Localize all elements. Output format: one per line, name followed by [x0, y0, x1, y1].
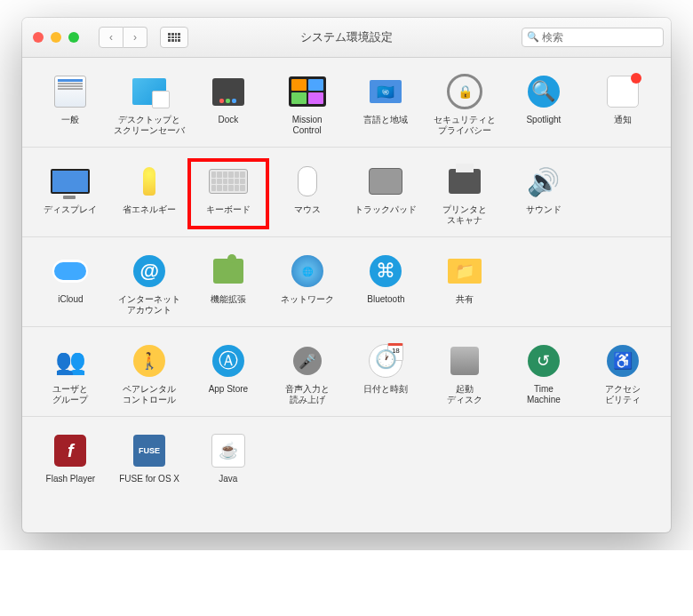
pref-language[interactable]: 🇺🇳言語と地域 — [346, 70, 426, 138]
pref-network[interactable]: 🌐ネットワーク — [267, 250, 346, 317]
pref-sharing[interactable]: 📁共有 — [426, 250, 505, 317]
pref-label: Time Machine — [527, 384, 561, 405]
pref-label: 起動 ディスク — [447, 384, 482, 405]
pref-label: プリンタと スキャナ — [442, 204, 487, 226]
pref-label: FUSE for OS X — [119, 474, 179, 495]
pref-displays[interactable]: ディスプレイ — [31, 160, 110, 228]
search-icon: 🔍 — [527, 31, 539, 43]
pref-keyboard[interactable]: キーボード — [187, 158, 270, 229]
back-button[interactable]: ‹ — [99, 27, 123, 48]
pref-energy[interactable]: 省エネルギー — [110, 160, 189, 228]
extensions-icon — [209, 252, 248, 291]
pref-section: 一般デスクトップと スクリーンセーバDockMission Control🇺🇳言… — [22, 58, 671, 148]
startupdisk-icon — [445, 341, 484, 380]
titlebar: ‹ › システム環境設定 🔍 — [22, 18, 671, 58]
pref-java[interactable]: ☕Java — [189, 429, 268, 497]
pref-label: Java — [219, 474, 237, 495]
close-button[interactable] — [33, 32, 44, 43]
pref-accessibility[interactable]: ♿アクセシ ビリティ — [583, 340, 662, 407]
pref-label: キーボード — [206, 204, 251, 226]
energy-icon — [130, 162, 169, 201]
pref-desktop[interactable]: デスクトップと スクリーンセーバ — [110, 70, 189, 138]
pref-extensions[interactable]: 機能拡張 — [189, 250, 268, 317]
dictation-icon: 🎤 — [288, 341, 327, 380]
notifications-icon — [603, 72, 642, 111]
dock-icon — [209, 72, 248, 111]
pref-label: 言語と地域 — [363, 115, 408, 136]
pref-label: インターネット アカウント — [118, 294, 180, 316]
mouse-icon — [288, 162, 327, 201]
pref-label: サウンド — [526, 204, 562, 226]
timemachine-icon: ↺ — [524, 341, 563, 380]
users-icon: 👥 — [51, 341, 90, 380]
pref-datetime[interactable]: 日付と時刻 — [346, 340, 426, 407]
pref-bluetooth[interactable]: ⌘Bluetooth — [346, 250, 426, 317]
pref-dictation[interactable]: 🎤音声入力と 読み上げ — [267, 340, 346, 407]
keyboard-icon — [209, 162, 248, 201]
pref-label: デスクトップと スクリーンセーバ — [114, 115, 185, 136]
pref-label: ネットワーク — [281, 294, 334, 316]
pref-label: アクセシ ビリティ — [605, 384, 641, 405]
pref-label: 日付と時刻 — [363, 384, 408, 405]
icloud-icon — [51, 252, 90, 291]
pref-notifications[interactable]: 通知 — [583, 70, 662, 138]
zoom-button[interactable] — [68, 32, 79, 43]
security-icon — [445, 72, 484, 111]
pref-icloud[interactable]: iCloud — [31, 250, 110, 317]
grid-icon — [168, 33, 180, 42]
spotlight-icon: 🔍 — [524, 72, 563, 111]
parental-icon: 🚶 — [130, 341, 169, 380]
pref-fuse[interactable]: FUSEFUSE for OS X — [110, 429, 189, 497]
pref-startupdisk[interactable]: 起動 ディスク — [426, 340, 505, 407]
pref-security[interactable]: セキュリティと プライバシー — [426, 70, 505, 138]
pref-label: Dock — [218, 115, 238, 136]
pref-spotlight[interactable]: 🔍Spotlight — [505, 70, 584, 138]
search-input[interactable] — [522, 28, 664, 47]
datetime-icon — [366, 341, 405, 380]
pref-label: ペアレンタル コントロール — [123, 384, 176, 405]
pref-label: iCloud — [58, 294, 83, 316]
pref-timemachine[interactable]: ↺Time Machine — [505, 340, 584, 407]
pref-mission[interactable]: Mission Control — [267, 70, 346, 138]
pref-flash[interactable]: fFlash Player — [31, 429, 110, 497]
nav-buttons: ‹ › — [99, 27, 147, 48]
pref-section: fFlash PlayerFUSEFUSE for OS X☕Java — [22, 417, 671, 532]
pref-appstore[interactable]: ⒶApp Store — [189, 340, 268, 407]
pref-parental[interactable]: 🚶ペアレンタル コントロール — [110, 340, 189, 407]
printers-icon — [445, 162, 484, 201]
pref-sound[interactable]: 🔊サウンド — [505, 160, 584, 228]
pref-label: 一般 — [61, 115, 79, 136]
fuse-icon: FUSE — [130, 431, 169, 470]
pref-printers[interactable]: プリンタと スキャナ — [426, 160, 505, 228]
pref-label: Flash Player — [46, 474, 96, 495]
system-preferences-window: ‹ › システム環境設定 🔍 一般デスクトップと スクリーンセーバDockMis… — [22, 18, 671, 532]
sound-icon: 🔊 — [524, 162, 563, 201]
desktop-icon — [130, 72, 169, 111]
pref-general[interactable]: 一般 — [31, 70, 110, 138]
accessibility-icon: ♿ — [603, 341, 642, 380]
minimize-button[interactable] — [51, 32, 61, 43]
preferences-grid: 一般デスクトップと スクリーンセーバDockMission Control🇺🇳言… — [22, 58, 671, 532]
pref-label: Spotlight — [526, 115, 561, 136]
show-all-button[interactable] — [160, 27, 188, 48]
pref-trackpad[interactable]: トラックパッド — [346, 160, 426, 228]
pref-dock[interactable]: Dock — [189, 70, 268, 138]
pref-internet[interactable]: @インターネット アカウント — [110, 250, 189, 317]
pref-label: トラックパッド — [354, 204, 417, 226]
pref-label: 機能拡張 — [211, 294, 246, 316]
general-icon — [51, 72, 90, 111]
pref-users[interactable]: 👥ユーザと グループ — [31, 340, 110, 407]
pref-label: 音声入力と 読み上げ — [285, 384, 330, 405]
pref-mouse[interactable]: マウス — [267, 160, 346, 228]
forward-button[interactable]: › — [123, 27, 147, 48]
trackpad-icon — [366, 162, 405, 201]
pref-label: 通知 — [614, 115, 632, 136]
pref-label: App Store — [209, 384, 248, 405]
language-icon: 🇺🇳 — [366, 72, 405, 111]
pref-label: 共有 — [456, 294, 474, 316]
pref-section: 👥ユーザと グループ🚶ペアレンタル コントロールⒶApp Store🎤音声入力と… — [22, 327, 671, 417]
pref-label: マウス — [294, 204, 321, 226]
sharing-icon: 📁 — [445, 252, 484, 291]
java-icon: ☕ — [209, 431, 248, 470]
pref-section: ディスプレイ省エネルギーキーボードマウストラックパッドプリンタと スキャナ🔊サウ… — [22, 148, 671, 237]
